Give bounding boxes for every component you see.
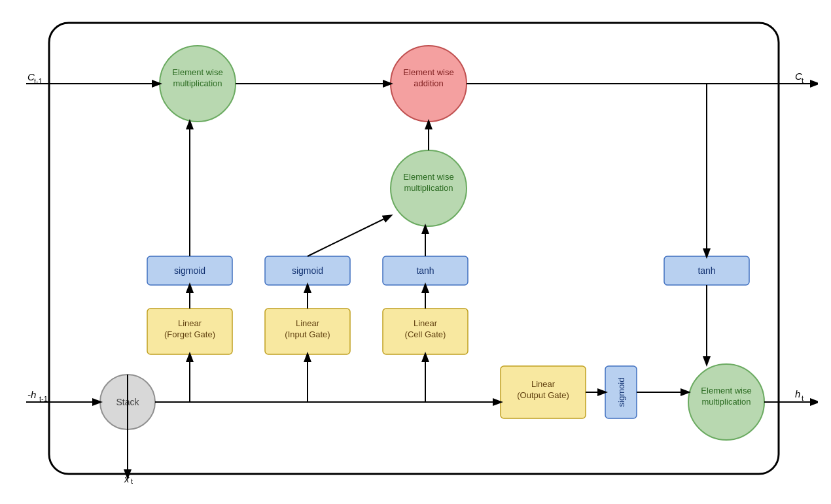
lstm-diagram: Element wise multiplication Element wise… <box>13 13 818 490</box>
elem-mult-output-label: Element wise <box>701 386 751 395</box>
linear-input-label2: (Input Gate) <box>285 329 330 339</box>
ct-subscript: t <box>802 76 804 84</box>
linear-forget-label1: Linear <box>178 318 202 328</box>
elem-mult-output-label2: multiplication <box>701 397 751 407</box>
ht1-label: -h <box>27 389 36 400</box>
linear-cell-label1: Linear <box>414 318 438 328</box>
linear-forget-label2: (Forget Gate) <box>164 329 215 339</box>
linear-cell-label2: (Cell Gate) <box>405 329 446 339</box>
ht1-subscript: t-1 <box>39 395 48 403</box>
elem-add-label: Element wise <box>403 67 453 77</box>
elem-add-label2: addition <box>414 78 444 88</box>
elem-mult-forget-label2: multiplication <box>173 78 222 88</box>
elem-mult-cell-label2: multiplication <box>404 183 453 193</box>
tanh-output-label: tanh <box>698 265 715 276</box>
elem-mult-cell-label: Element wise <box>403 172 453 182</box>
ht-label: h <box>795 388 800 399</box>
ct1-subscript: t-1 <box>34 77 43 85</box>
ht-subscript: t <box>802 394 804 402</box>
sigmoid-forget-label: sigmoid <box>174 265 205 276</box>
xt-label: x <box>124 473 130 484</box>
elem-mult-forget-label: Element wise <box>172 67 222 77</box>
sigmoid-input-label: sigmoid <box>292 265 323 276</box>
linear-output-label1: Linear <box>531 379 556 389</box>
linear-output-label2: (Output Gate) <box>517 390 569 400</box>
xt-subscript: t <box>131 477 133 485</box>
sigmoid-output-label: sigmoid <box>616 378 626 407</box>
tanh-cell-label: tanh <box>416 265 434 276</box>
linear-input-label1: Linear <box>296 318 320 328</box>
